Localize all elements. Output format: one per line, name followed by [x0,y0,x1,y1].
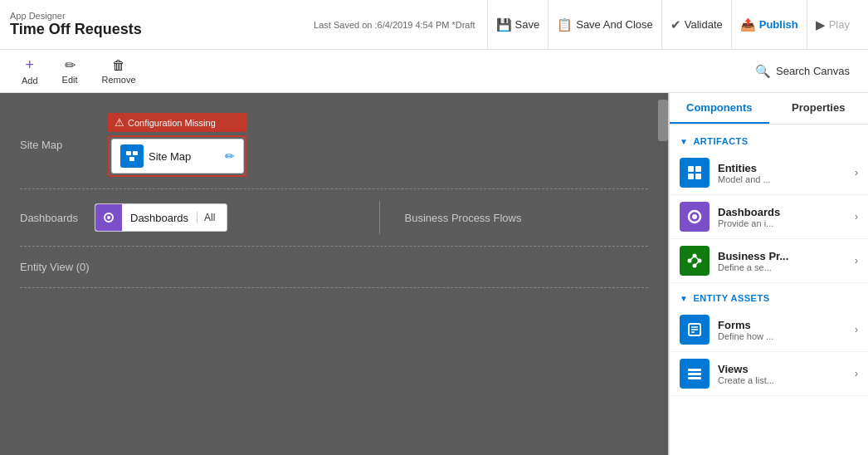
svg-point-4 [107,216,110,219]
dashboards-comp-icon [680,202,710,232]
dashboards-label: Dashboards [122,212,197,224]
save-label: Save [515,18,540,31]
entities-text: Entities Model and ... [718,162,846,184]
comp-entities[interactable]: Entities Model and ... › [670,151,868,195]
svg-rect-22 [688,369,701,371]
warning-icon: ⚠ [115,116,124,129]
play-label: Play [829,18,850,31]
svg-line-15 [690,256,695,261]
publish-icon: 📤 [740,17,756,32]
dashboards-comp-name: Dashboards [718,206,846,218]
sitemap-row-label: Site Map [20,139,95,151]
forms-icon [680,315,710,345]
views-name: Views [718,363,846,375]
entities-chevron-icon: › [855,167,858,179]
entity-assets-chevron-icon: ▼ [680,294,688,303]
dashboards-row: Dashboards Dashboards All Business Proce… [20,189,648,247]
views-text: Views Create a list... [718,363,846,385]
panel-content: ▼ ARTIFACTS Entities Model and ... › Da [670,125,868,455]
entity-assets-label: ENTITY ASSETS [693,293,769,303]
forms-chevron-icon: › [855,324,858,335]
remove-label: Remove [102,75,136,85]
canvas-scrollbar[interactable] [658,93,668,455]
dashboards-chevron-icon: › [855,211,858,223]
entities-name: Entities [718,162,846,174]
artifacts-label: ARTIFACTS [693,136,748,146]
search-canvas-label: Search Canvas [776,65,850,77]
save-icon: 💾 [496,17,512,32]
svg-rect-7 [688,174,694,179]
business-pr-text: Business Pr... Define a se... [718,250,846,272]
dashboards-row-label: Dashboards [20,212,95,224]
entity-view-row: Entity View (0) [20,247,648,288]
dashboards-comp-desc: Provide an i... [718,218,846,228]
artifacts-chevron-icon: ▼ [680,137,688,146]
app-title: Time Off Requests [10,21,142,38]
sitemap-box-wrapper: ⚠ Configuration Missing Site Map ✏ [108,113,247,177]
header-right: Last Saved on :6/4/2019 4:54 PM *Draft 💾… [314,0,858,50]
edit-button[interactable]: ✏ Edit [51,52,90,90]
save-button[interactable]: 💾 Save [487,0,549,50]
publish-label: Publish [759,18,798,31]
dashboards-comp-text: Dashboards Provide an i... [718,206,846,228]
section-entity-assets: ▼ ENTITY ASSETS [670,288,868,308]
svg-rect-6 [695,166,701,172]
views-chevron-icon: › [855,368,858,379]
comp-dashboards[interactable]: Dashboards Provide an i... › [670,195,868,239]
publish-button[interactable]: 📤 Publish [731,0,807,50]
comp-forms[interactable]: Forms Define how ... › [670,308,868,352]
forms-text: Forms Define how ... [718,319,846,341]
bpf-divider [379,201,380,234]
business-pr-icon [680,246,710,276]
toolbar: + Add ✏ Edit 🗑 Remove 🔍 Search Canvas [0,50,868,93]
dashboards-item[interactable]: Dashboards All [95,203,227,232]
app-label: App Designer [10,11,142,21]
app-header: App Designer Time Off Requests Last Save… [0,0,868,50]
validate-button[interactable]: ✔ Validate [661,0,731,50]
save-close-label: Save And Close [576,18,653,31]
business-pr-name: Business Pr... [718,250,846,262]
business-pr-desc: Define a se... [718,262,846,272]
entities-icon [680,158,710,188]
sitemap-icon [120,144,144,168]
svg-rect-24 [688,377,701,379]
tab-components[interactable]: Components [670,93,769,124]
comp-business-pr[interactable]: Business Pr... Define a se... › [670,239,868,283]
right-panel: Components Properties ▼ ARTIFACTS Entiti… [669,93,868,455]
validate-label: Validate [685,18,723,31]
entities-desc: Model and ... [718,174,846,184]
sitemap-edit-icon[interactable]: ✏ [225,149,235,163]
svg-rect-1 [133,151,138,155]
edit-label: Edit [62,75,78,85]
sitemap-item[interactable]: Site Map ✏ [111,139,244,174]
save-close-button[interactable]: 📋 Save And Close [548,0,661,50]
sitemap-row: Site Map ⚠ Configuration Missing [20,105,648,189]
search-canvas-button[interactable]: 🔍 Search Canvas [747,59,858,84]
save-close-icon: 📋 [557,17,573,32]
entity-view-label: Entity View (0) [20,261,90,273]
svg-line-16 [695,256,700,261]
remove-button[interactable]: 🗑 Remove [90,53,149,90]
header-left: App Designer Time Off Requests [10,11,142,38]
svg-point-10 [692,214,697,219]
svg-rect-23 [688,373,701,375]
comp-views[interactable]: Views Create a list... › [670,352,868,396]
forms-name: Forms [718,319,846,331]
tab-properties[interactable]: Properties [769,93,869,124]
warning-text: Configuration Missing [128,118,216,128]
svg-rect-0 [126,151,131,155]
views-desc: Create a list... [718,375,846,385]
svg-rect-2 [129,157,134,161]
dashboards-all: All [197,212,222,223]
play-button[interactable]: ▶ Play [807,0,858,50]
panel-tabs: Components Properties [670,93,868,125]
search-icon: 🔍 [755,64,771,79]
remove-icon: 🗑 [112,58,125,73]
canvas: Site Map ⚠ Configuration Missing [0,93,669,455]
edit-icon: ✏ [65,57,76,73]
validate-icon: ✔ [671,17,681,32]
add-button[interactable]: + Add [10,51,51,91]
svg-rect-8 [695,174,701,179]
bpf-label: Business Process Flows [405,212,522,224]
scrollbar-thumb[interactable] [658,100,668,141]
